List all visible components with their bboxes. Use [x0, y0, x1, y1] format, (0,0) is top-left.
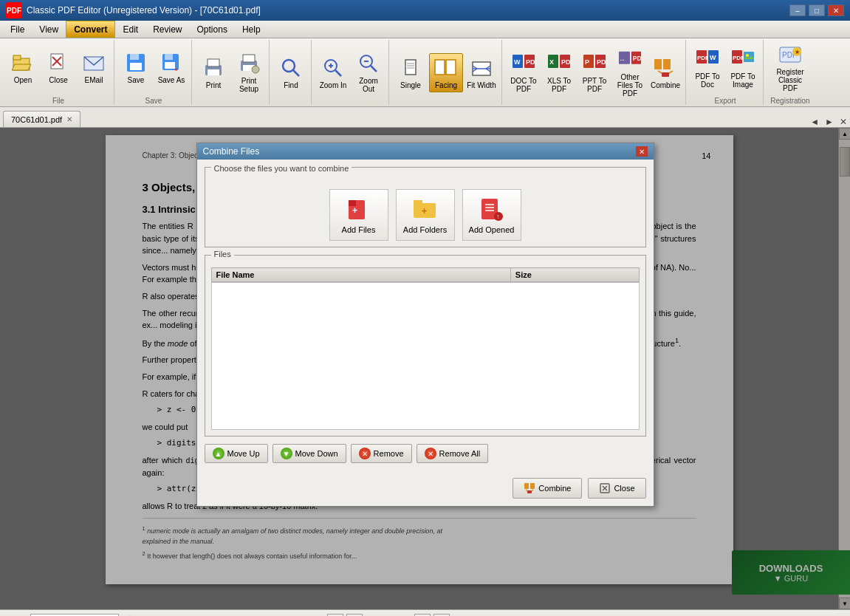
other-files-to-pdf-button[interactable]: ... PDF Other Files To PDF [613, 45, 647, 100]
find-button[interactable]: Find [274, 53, 308, 92]
move-up-button[interactable]: ▲ Move Up [205, 444, 268, 463]
dialog-close-button[interactable]: ✕ [636, 146, 648, 157]
remove-button[interactable]: ✕ Remove [351, 444, 412, 463]
close-dialog-button[interactable]: Close [588, 478, 645, 499]
tab-left-arrow[interactable]: ◄ [807, 117, 822, 127]
move-down-icon: ▼ [281, 448, 292, 459]
combine-icon [654, 56, 677, 80]
document-tab[interactable]: 70C61d01.pdf ✕ [3, 111, 80, 127]
svg-rect-17 [243, 55, 255, 62]
single-button[interactable]: Single [394, 53, 428, 92]
add-opened-button[interactable]: ↑ Add Opened [462, 189, 521, 241]
dialog-footer: Combine Close [197, 478, 654, 506]
svg-text:PDF: PDF [526, 58, 535, 66]
print-setup-button[interactable]: Print Setup [232, 49, 266, 96]
move-down-button[interactable]: ▼ Move Down [273, 444, 346, 463]
svg-text:PDF: PDF [733, 55, 744, 61]
save-button[interactable]: Save [119, 48, 153, 87]
menu-edit[interactable]: Edit [115, 21, 145, 38]
maximize-button[interactable]: □ [809, 4, 825, 16]
minimize-button[interactable]: – [789, 4, 806, 16]
svg-rect-86 [527, 490, 532, 493]
move-up-label: Move Up [227, 449, 260, 458]
zoom-in-button[interactable]: Zoom In [316, 53, 350, 92]
svg-rect-7 [130, 54, 139, 60]
facing-icon [434, 56, 458, 80]
pdf-to-image-button[interactable]: PDF PDF To Image [726, 44, 760, 92]
find-icon [279, 56, 303, 80]
svg-line-23 [335, 70, 341, 76]
tab-close-button[interactable]: ✕ [66, 115, 72, 123]
close-button[interactable]: Close [41, 48, 75, 87]
ppt-to-pdf-button[interactable]: P PDF PPT To PDF [577, 49, 611, 96]
pdf-to-doc-button[interactable]: PDF W PDF To Doc [690, 44, 724, 92]
add-folders-button[interactable]: + Add Folders [396, 189, 455, 241]
doc-to-pdf-button[interactable]: W PDF DOC To PDF [507, 49, 541, 96]
save-as-button[interactable]: + Save As [154, 48, 188, 87]
svg-text:PDF: PDF [697, 55, 709, 61]
tab-arrows: ◄ ► ✕ [807, 117, 850, 127]
close-dialog-icon [599, 482, 611, 494]
svg-text:+: + [352, 205, 357, 216]
menu-convert[interactable]: Convert [66, 21, 115, 38]
app-title: Classic PDF Editor (Unregistered Version… [27, 5, 261, 16]
email-icon [82, 51, 106, 75]
svg-text:...: ... [620, 55, 625, 61]
titlebar-controls[interactable]: – □ ✕ [789, 4, 844, 16]
remove-all-button[interactable]: ✕ Remove All [417, 444, 489, 463]
toolbar-file-buttons: Open Close [6, 40, 111, 95]
add-files-label: Add Files [342, 225, 376, 234]
ppt-to-pdf-icon: P PDF [583, 52, 606, 75]
facing-button[interactable]: Facing [429, 53, 463, 92]
doc-to-pdf-icon: W PDF [512, 52, 535, 75]
close-window-button[interactable]: ✕ [828, 4, 844, 16]
svg-rect-59 [662, 72, 669, 77]
svg-rect-33 [435, 60, 445, 75]
menu-help[interactable]: Help [235, 21, 268, 38]
print-button[interactable]: Print [196, 53, 230, 92]
combine-toolbar-button[interactable]: Combine [648, 53, 682, 92]
first-page-button[interactable]: ◄◄ [327, 614, 343, 617]
email-button[interactable]: EMail [77, 48, 111, 87]
menu-view[interactable]: View [32, 21, 66, 38]
remove-all-icon: ✕ [425, 448, 436, 459]
xls-to-pdf-button[interactable]: X PDF XLS To PDF [542, 49, 576, 96]
open-button[interactable]: Open [6, 48, 40, 87]
add-folders-label: Add Folders [403, 225, 447, 234]
toolbar-save-buttons: Save + Save As [119, 40, 188, 95]
menu-options[interactable]: Options [190, 21, 235, 38]
files-empty-area[interactable] [211, 282, 640, 430]
fit-width-button[interactable]: Fit Width [465, 53, 498, 92]
menu-review[interactable]: Review [145, 21, 189, 38]
close-icon [47, 51, 70, 75]
svg-rect-10 [165, 54, 173, 60]
next-page-button[interactable]: ► [414, 614, 431, 617]
zoom-in-icon [321, 56, 345, 80]
add-files-button[interactable]: + Add Files [329, 189, 388, 241]
main-area: 14 Chapter 3: Objects, their modes and a… [0, 128, 850, 609]
toolbar-find-buttons: Find [274, 40, 308, 105]
svg-text:PDF: PDF [597, 58, 606, 66]
last-page-button[interactable]: ►► [433, 614, 450, 617]
file-name-header: File Name [211, 268, 510, 282]
choose-section: Choose the files you want to combine + A… [205, 167, 646, 247]
toolbar-group-pdf-to: PDF W PDF To Doc PDF [688, 40, 764, 105]
svg-rect-1 [13, 55, 21, 60]
dialog-overlay: Combine Files ✕ Choose the files you wan… [0, 128, 850, 609]
toolbar-file-label: File [52, 97, 64, 105]
toolbar-group-save: Save + Save As Save [116, 40, 192, 105]
svg-rect-15 [208, 69, 219, 75]
svg-text:X: X [549, 58, 554, 66]
tab-right-arrow[interactable]: ► [822, 117, 837, 127]
find-input[interactable] [30, 614, 119, 617]
tabbar: 70C61d01.pdf ✕ ◄ ► ✕ [0, 107, 850, 128]
tab-menu-arrow[interactable]: ✕ [837, 117, 850, 127]
register-icon: PDF ★ [778, 43, 802, 66]
zoom-out-button[interactable]: Zoom Out [352, 49, 385, 96]
register-button[interactable]: PDF ★ Register Classic PDF [768, 40, 812, 95]
menu-file[interactable]: File [3, 21, 32, 38]
toolbar-convert-buttons: W PDF DOC To PDF X PDF XLS To PDF [507, 40, 682, 105]
prev-page-button[interactable]: ◄ [346, 614, 363, 617]
combine-action-button[interactable]: Combine [513, 478, 582, 499]
toolbar-export-label: Export [715, 97, 736, 105]
